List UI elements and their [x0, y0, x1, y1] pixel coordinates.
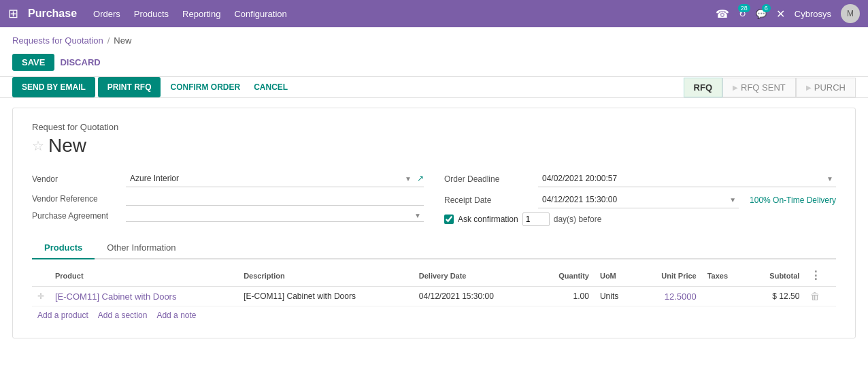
vendor-reference-field-row: Vendor Reference	[32, 191, 424, 206]
left-fields: Vendor Azure Interior ▼ ↗ Vendor Referen…	[32, 170, 424, 226]
arrow-icon: ▶	[733, 84, 738, 91]
star-icon[interactable]: ☆	[32, 138, 44, 154]
col-subtotal: Subtotal	[747, 265, 805, 287]
status-pill-purchase-order[interactable]: ▶ PURCH	[796, 78, 856, 97]
delivery-date-cell: 04/12/2021 15:30:00	[414, 287, 536, 306]
subtotal-cell: $ 12.50	[747, 287, 805, 306]
vendor-field-row: Vendor Azure Interior ▼ ↗	[32, 170, 424, 187]
tab-products[interactable]: Products	[32, 237, 95, 259]
description-cell: [E-COM11] Cabinet with Doors	[238, 287, 414, 306]
ask-confirmation-row: Ask confirmation day(s) before	[444, 212, 836, 226]
purchase-agreement-dropdown[interactable]: ▼	[126, 210, 424, 222]
send-by-email-button[interactable]: SEND BY EMAIL	[12, 77, 95, 97]
receipt-date-dropdown[interactable]: 04/12/2021 15:30:00 ▼	[538, 191, 739, 208]
top-navigation: ⊞ Purchase Orders Products Reporting Con…	[0, 0, 868, 27]
col-drag	[32, 265, 50, 287]
purchase-agreement-dropdown-arrow: ▼	[412, 212, 424, 219]
vendor-reference-input[interactable]	[126, 191, 424, 206]
purchase-agreement-field-row: Purchase Agreement ▼	[32, 210, 424, 222]
breadcrumb-current: New	[114, 35, 131, 46]
refresh-badge: 28	[738, 4, 750, 12]
order-deadline-value: 04/02/2021 20:00:57	[538, 172, 824, 185]
phone-icon[interactable]: ☎	[716, 7, 729, 20]
order-deadline-field-row: Order Deadline 04/02/2021 20:00:57 ▼	[444, 170, 836, 187]
product-cell[interactable]: [E-COM11] Cabinet with Doors	[50, 287, 238, 306]
product-name[interactable]: [E-COM11] Cabinet with Doors	[55, 291, 176, 302]
vendor-reference-text-input[interactable]	[130, 193, 420, 203]
purchase-agreement-label: Purchase Agreement	[32, 211, 120, 221]
col-actions: ⋮	[805, 265, 836, 287]
col-description: Description	[238, 265, 414, 287]
vendor-value: Azure Interior	[126, 172, 402, 185]
breadcrumb: Requests for Quotation / New	[0, 27, 868, 50]
nav-reporting[interactable]: Reporting	[182, 6, 220, 22]
form-card: Request for Quotation ☆ New Vendor Azure…	[12, 108, 856, 338]
right-fields: Order Deadline 04/02/2021 20:00:57 ▼ Rec…	[444, 170, 836, 226]
uom-cell: Units	[595, 287, 637, 306]
app-brand: Purchase	[28, 7, 77, 20]
ask-confirmation-days-input[interactable]	[522, 212, 550, 226]
add-section-link[interactable]: Add a section	[98, 311, 148, 320]
col-delivery-date: Delivery Date	[414, 265, 536, 287]
receipt-date-label: Receipt Date	[444, 195, 533, 205]
receipt-date-field-row: Receipt Date 04/12/2021 15:30:00 ▼ 100% …	[444, 191, 836, 208]
avatar[interactable]: M	[841, 4, 860, 23]
purchase-agreement-value	[126, 215, 412, 217]
order-deadline-dropdown[interactable]: 04/02/2021 20:00:57 ▼	[538, 170, 836, 187]
cancel-button[interactable]: CANCEL	[247, 77, 295, 97]
discard-button[interactable]: DISCARD	[60, 57, 100, 67]
column-options-icon[interactable]: ⋮	[810, 270, 821, 281]
close-icon[interactable]: ✕	[776, 7, 785, 20]
confirm-order-button[interactable]: CONFIRM ORDER	[163, 77, 247, 97]
col-unit-price: Unit Price	[637, 265, 702, 287]
refresh-icon[interactable]: ↻ 28	[739, 7, 746, 20]
ask-confirmation-checkbox[interactable]	[444, 215, 454, 224]
nav-products[interactable]: Products	[134, 6, 169, 22]
breadcrumb-parent[interactable]: Requests for Quotation	[12, 35, 103, 46]
record-title: New	[48, 135, 86, 157]
nav-configuration[interactable]: Configuration	[234, 6, 286, 22]
col-product: Product	[50, 265, 238, 287]
tab-other-information[interactable]: Other Information	[95, 237, 188, 259]
status-pills: RFQ ▶ RFQ SENT ▶ PURCH	[684, 78, 856, 97]
breadcrumb-separator: /	[107, 35, 110, 46]
vendor-dropdown-arrow: ▼	[402, 175, 414, 183]
status-pill-rfq[interactable]: RFQ	[684, 78, 722, 97]
vendor-external-link-icon[interactable]: ↗	[417, 174, 424, 183]
on-time-label: 100% On-Time Delivery	[750, 195, 836, 205]
taxes-cell	[702, 287, 747, 306]
col-quantity: Quantity	[536, 265, 595, 287]
nav-orders[interactable]: Orders	[93, 6, 120, 22]
chat-badge: 6	[762, 4, 771, 12]
main-nav: Orders Products Reporting Configuration	[93, 6, 716, 22]
print-rfq-button[interactable]: PRINT RFQ	[98, 77, 161, 97]
status-pill-rfq-sent[interactable]: ▶ RFQ SENT	[722, 78, 796, 97]
table-body: ✛ [E-COM11] Cabinet with Doors [E-COM11]…	[32, 287, 836, 306]
receipt-date-value: 04/12/2021 15:30:00	[538, 193, 727, 206]
drag-handle-cell: ✛	[32, 287, 50, 306]
delete-row-icon[interactable]: 🗑	[810, 291, 820, 302]
record-type-label: Request for Quotation	[32, 122, 836, 132]
add-note-link[interactable]: Add a note	[156, 311, 196, 320]
ask-confirmation-label: Ask confirmation	[458, 215, 518, 224]
grid-icon[interactable]: ⊞	[8, 6, 18, 21]
arrow-icon-2: ▶	[806, 84, 812, 91]
secondary-toolbar: SEND BY EMAIL PRINT RFQ CONFIRM ORDER CA…	[0, 76, 868, 98]
page-body: Requests for Quotation / New SAVE DISCAR…	[0, 27, 868, 380]
products-table: Product Description Delivery Date Quanti…	[32, 265, 836, 306]
unit-price-value[interactable]: 12.5000	[665, 291, 697, 302]
save-button[interactable]: SAVE	[12, 54, 54, 71]
chat-icon[interactable]: 💬 6	[756, 7, 767, 20]
receipt-date-dropdown-arrow: ▼	[727, 196, 739, 204]
add-row: Add a product Add a section Add a note	[32, 306, 836, 324]
username: Cybrosys	[795, 9, 831, 19]
drag-handle-icon[interactable]: ✛	[37, 291, 44, 301]
unit-price-cell: 12.5000	[637, 287, 702, 306]
vendor-dropdown[interactable]: Azure Interior ▼ ↗	[126, 170, 424, 187]
vendor-reference-label: Vendor Reference	[32, 194, 120, 204]
topnav-right: ☎ ↻ 28 💬 6 ✕ Cybrosys M	[716, 4, 860, 23]
table-row: ✛ [E-COM11] Cabinet with Doors [E-COM11]…	[32, 287, 836, 306]
add-product-link[interactable]: Add a product	[37, 311, 88, 320]
order-deadline-label: Order Deadline	[444, 174, 533, 184]
quantity-cell: 1.00	[536, 287, 595, 306]
